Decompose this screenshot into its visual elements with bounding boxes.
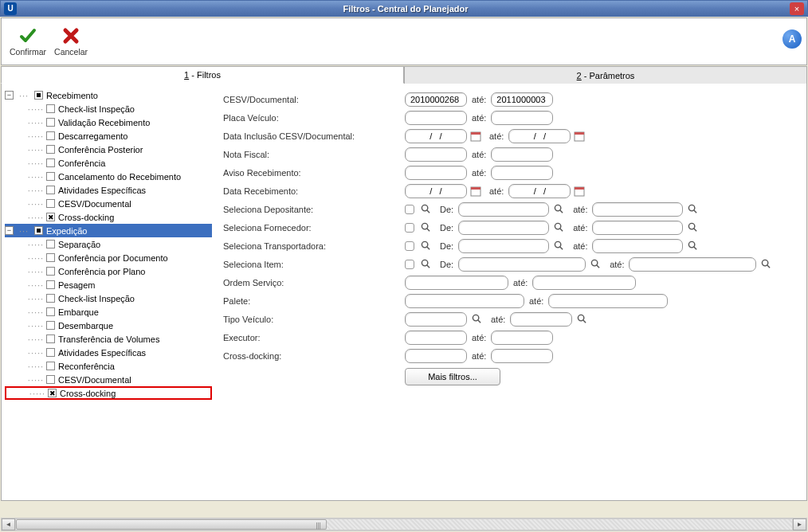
checkbox[interactable] bbox=[46, 321, 55, 330]
cross-from-input[interactable] bbox=[405, 349, 467, 363]
palete-to-input[interactable] bbox=[548, 294, 668, 308]
search-icon[interactable] bbox=[686, 203, 699, 216]
tipo-from-input[interactable] bbox=[405, 312, 467, 327]
checkbox[interactable] bbox=[46, 158, 55, 167]
tree-leaf[interactable]: ·····Validação Recebimento bbox=[5, 115, 212, 129]
collapse-icon[interactable]: − bbox=[5, 226, 14, 235]
tree-leaf[interactable]: ·····✖Cross-docking bbox=[5, 386, 212, 400]
ordem-from-input[interactable] bbox=[405, 276, 508, 290]
sel-for-from-input[interactable] bbox=[458, 221, 549, 235]
search-icon[interactable] bbox=[552, 240, 565, 252]
tree-leaf[interactable]: ·····Atividades Específicas bbox=[5, 183, 212, 197]
tree-leaf[interactable]: ·····Check-list Inspeção bbox=[5, 291, 212, 305]
sel-item-from-input[interactable] bbox=[458, 257, 586, 272]
checkbox[interactable] bbox=[46, 334, 55, 343]
tree-leaf[interactable]: ·····CESV/Documental bbox=[5, 373, 212, 386]
ordem-to-input[interactable] bbox=[532, 276, 636, 290]
checkbox[interactable] bbox=[46, 186, 55, 194]
checkbox[interactable] bbox=[46, 145, 55, 154]
tree-leaf[interactable]: ·····Desembarque bbox=[5, 319, 212, 332]
checkbox[interactable] bbox=[46, 199, 55, 208]
data-incl-to-input[interactable] bbox=[508, 129, 571, 143]
calendar-icon[interactable] bbox=[573, 185, 586, 198]
nf-from-input[interactable] bbox=[405, 147, 467, 162]
exec-from-input[interactable] bbox=[405, 331, 467, 345]
search-icon[interactable] bbox=[575, 313, 588, 326]
tree-leaf[interactable]: ·····Pesagem bbox=[5, 278, 212, 291]
sel-dep-from-input[interactable] bbox=[458, 202, 549, 217]
tree-leaf[interactable]: ·····Conferência por Documento bbox=[5, 251, 212, 264]
checkbox[interactable] bbox=[46, 267, 55, 276]
cesv-from-input[interactable] bbox=[405, 92, 467, 107]
tree-leaf[interactable]: ·····✖Cross-docking bbox=[5, 210, 212, 224]
confirm-button[interactable]: Confirmar bbox=[8, 25, 48, 58]
search-icon[interactable] bbox=[419, 258, 432, 271]
checkbox[interactable]: ✖ bbox=[46, 213, 55, 221]
data-rec-from-input[interactable] bbox=[405, 184, 467, 198]
tree-leaf[interactable]: ·····Check-list Inspeção bbox=[5, 102, 212, 115]
checkbox[interactable] bbox=[46, 131, 55, 140]
checkbox[interactable] bbox=[46, 375, 55, 384]
data-incl-from-input[interactable] bbox=[405, 129, 467, 143]
checkbox[interactable] bbox=[46, 118, 55, 127]
tree-leaf[interactable]: ·····Descarregamento bbox=[5, 129, 212, 143]
tree-leaf[interactable]: ·····Atividades Específicas bbox=[5, 346, 212, 359]
horizontal-scrollbar[interactable]: ◄ ► bbox=[1, 518, 807, 531]
sel-for-to-input[interactable] bbox=[592, 221, 683, 235]
search-icon[interactable] bbox=[686, 221, 699, 234]
cancel-button[interactable]: Cancelar bbox=[53, 25, 89, 58]
search-icon[interactable] bbox=[552, 221, 565, 234]
calendar-icon[interactable] bbox=[573, 130, 586, 143]
search-icon[interactable] bbox=[759, 258, 772, 271]
tipo-to-input[interactable] bbox=[510, 312, 572, 327]
search-icon[interactable] bbox=[686, 240, 699, 252]
close-icon[interactable]: × bbox=[790, 2, 804, 15]
checkbox[interactable] bbox=[46, 280, 55, 289]
checkbox-half[interactable] bbox=[34, 91, 43, 100]
search-icon[interactable] bbox=[419, 240, 432, 252]
tab-filtros[interactable]: 1 - Filtros bbox=[1, 66, 404, 84]
tree-leaf[interactable]: ·····Conferência bbox=[5, 156, 212, 170]
scroll-thumb[interactable] bbox=[16, 519, 327, 530]
checkbox[interactable] bbox=[46, 294, 55, 303]
placa-to-input[interactable] bbox=[491, 111, 553, 125]
placa-from-input[interactable] bbox=[405, 111, 467, 125]
sel-dep-checkbox[interactable] bbox=[405, 205, 414, 214]
cross-to-input[interactable] bbox=[491, 349, 553, 363]
scroll-right-icon[interactable]: ► bbox=[793, 518, 806, 530]
search-icon[interactable] bbox=[419, 203, 432, 216]
sel-tra-to-input[interactable] bbox=[592, 239, 683, 253]
tree-leaf[interactable]: ·····CESV/Documental bbox=[5, 197, 212, 210]
checkbox-half[interactable] bbox=[34, 226, 43, 235]
checkbox[interactable] bbox=[46, 240, 55, 248]
tree-leaf[interactable]: ·····Separação bbox=[5, 237, 212, 251]
checkbox[interactable] bbox=[46, 104, 55, 113]
calendar-icon[interactable] bbox=[469, 130, 482, 143]
tree-leaf[interactable]: ·····Embarque bbox=[5, 305, 212, 319]
scroll-left-icon[interactable]: ◄ bbox=[2, 518, 15, 530]
search-icon[interactable] bbox=[552, 203, 565, 216]
search-icon[interactable] bbox=[589, 258, 602, 271]
tree-leaf[interactable]: ·····Conferência por Plano bbox=[5, 264, 212, 278]
aviso-to-input[interactable] bbox=[491, 166, 553, 180]
sel-tra-checkbox[interactable] bbox=[405, 241, 414, 251]
calendar-icon[interactable] bbox=[469, 185, 482, 198]
search-icon[interactable] bbox=[470, 313, 483, 326]
cesv-to-input[interactable] bbox=[491, 92, 553, 107]
nf-to-input[interactable] bbox=[491, 147, 553, 162]
checkbox[interactable] bbox=[46, 348, 55, 357]
sel-dep-to-input[interactable] bbox=[592, 202, 683, 217]
more-filters-button[interactable]: Mais filtros... bbox=[405, 368, 500, 385]
checkbox[interactable]: ✖ bbox=[48, 389, 57, 397]
checkbox[interactable] bbox=[46, 307, 55, 316]
palete-from-input[interactable] bbox=[405, 294, 524, 308]
sel-item-checkbox[interactable] bbox=[405, 260, 414, 269]
sel-for-checkbox[interactable] bbox=[405, 223, 414, 233]
tree-leaf[interactable]: ·····Cancelamento do Recebimento bbox=[5, 170, 212, 183]
tree-node-expedicao[interactable]: − ··· Expedição bbox=[5, 224, 212, 237]
tree-node-recebimento[interactable]: − ··· Recebimento bbox=[5, 88, 212, 102]
tree-leaf[interactable]: ·····Transferência de Volumes bbox=[5, 332, 212, 346]
tree-leaf[interactable]: ·····Conferência Posterior bbox=[5, 143, 212, 156]
tree-leaf[interactable]: ·····Reconferência bbox=[5, 359, 212, 373]
sel-item-to-input[interactable] bbox=[629, 257, 756, 272]
